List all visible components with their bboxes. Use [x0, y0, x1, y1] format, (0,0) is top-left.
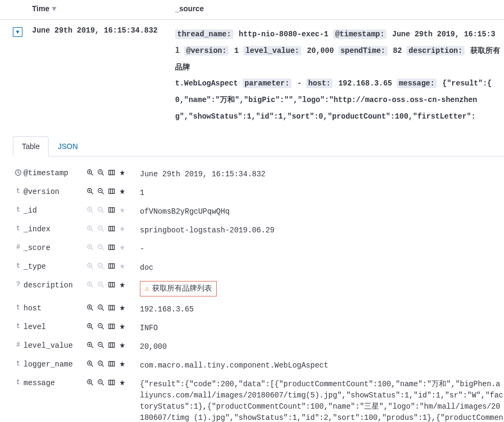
field-row: #_score - [13, 240, 504, 259]
filter-exists-icon[interactable] [119, 323, 126, 332]
tab-json[interactable]: JSON [49, 136, 86, 157]
field-type-icon: t [13, 379, 23, 386]
toggle-column-icon[interactable] [108, 360, 115, 370]
field-type-icon: t [13, 187, 23, 195]
field-actions [86, 206, 140, 216]
filter-for-value-icon[interactable] [86, 341, 94, 351]
toggle-column-icon[interactable] [108, 323, 115, 332]
field-actions [86, 360, 140, 370]
filter-out-value-icon[interactable] [97, 304, 105, 314]
filter-exists-icon[interactable] [119, 262, 126, 272]
toggle-column-icon[interactable] [108, 341, 115, 351]
toggle-column-icon[interactable] [108, 206, 115, 216]
time-column-header[interactable]: Time▼ [32, 4, 175, 13]
filter-for-value-icon[interactable] [86, 281, 94, 291]
field-actions [86, 341, 140, 351]
filter-for-value-icon[interactable] [86, 304, 94, 314]
filter-out-value-icon[interactable] [97, 262, 105, 272]
field-row: t_typedoc [13, 259, 504, 277]
filter-out-value-icon[interactable] [97, 225, 105, 235]
filter-out-value-icon[interactable] [97, 281, 105, 291]
filter-out-value-icon[interactable] [97, 341, 105, 351]
field-actions [86, 304, 140, 314]
filter-for-value-icon[interactable] [86, 187, 94, 197]
field-value: ofVNomsB2yRgcUPqwQHq [140, 206, 504, 217]
warning-icon: ⚠ [145, 284, 149, 293]
field-actions [86, 323, 140, 332]
field-value: 192.168.3.65 [140, 304, 504, 315]
filter-for-value-icon[interactable] [86, 262, 94, 272]
filter-exists-icon[interactable] [119, 206, 126, 216]
filter-for-value-icon[interactable] [86, 206, 94, 216]
field-type-icon: t [13, 323, 23, 330]
filter-exists-icon[interactable] [119, 225, 126, 235]
filter-for-value-icon[interactable] [86, 323, 94, 332]
filter-for-value-icon[interactable] [86, 169, 94, 178]
filter-for-value-icon[interactable] [86, 225, 94, 235]
filter-out-value-icon[interactable] [97, 244, 105, 253]
filter-out-value-icon[interactable] [97, 206, 105, 216]
filter-exists-icon[interactable] [119, 379, 126, 388]
field-type-icon: # [13, 244, 23, 251]
filter-exists-icon[interactable] [119, 281, 126, 291]
field-value: - [140, 244, 504, 255]
toggle-column-icon[interactable] [108, 169, 115, 178]
filter-exists-icon[interactable] [119, 360, 126, 370]
tab-table[interactable]: Table [13, 136, 49, 157]
field-table: @timestampJune 29th 2019, 16:15:34.832t@… [13, 165, 504, 422]
filter-exists-icon[interactable] [119, 304, 126, 314]
warning-value-box: ⚠获取所有品牌列表 [140, 281, 217, 296]
field-name: _id [23, 206, 86, 215]
filter-exists-icon[interactable] [119, 169, 126, 178]
filter-for-value-icon[interactable] [86, 244, 94, 253]
field-row: tlevelINFO [13, 319, 504, 338]
filter-out-value-icon[interactable] [97, 169, 105, 178]
field-name: description [23, 281, 86, 290]
toggle-column-icon[interactable] [108, 262, 115, 272]
toggle-column-icon[interactable] [108, 304, 115, 314]
field-type-icon: t [13, 225, 23, 232]
filter-for-value-icon[interactable] [86, 379, 94, 388]
svg-rect-6 [109, 189, 115, 193]
svg-rect-30 [109, 342, 115, 347]
field-value: INFO [140, 323, 504, 334]
field-type-icon: t [13, 360, 23, 368]
field-name: logger_name [23, 360, 86, 369]
source-column-header[interactable]: _source [175, 4, 504, 13]
filter-exists-icon[interactable] [119, 341, 126, 351]
field-type-icon: t [13, 262, 23, 270]
field-value: springboot-logstash-2019.06.29 [140, 225, 504, 236]
source-field-label: host: [306, 79, 333, 88]
toggle-column-icon[interactable] [108, 225, 115, 235]
field-name: level_value [23, 341, 86, 350]
source-field-label: @version: [184, 46, 229, 56]
source-field-label: thread_name: [175, 29, 233, 39]
field-actions [86, 187, 140, 197]
field-actions [86, 379, 140, 388]
filter-exists-icon[interactable] [119, 187, 126, 197]
expand-column-header [0, 4, 32, 13]
svg-rect-27 [109, 324, 115, 329]
filter-out-value-icon[interactable] [97, 323, 105, 332]
field-name: _type [23, 262, 86, 271]
field-name: _index [23, 225, 86, 233]
filter-out-value-icon[interactable] [97, 360, 105, 370]
filter-for-value-icon[interactable] [86, 360, 94, 370]
filter-out-value-icon[interactable] [97, 187, 105, 197]
toggle-column-icon[interactable] [108, 187, 115, 197]
field-name: message [23, 379, 86, 387]
filter-exists-icon[interactable] [119, 244, 126, 253]
field-row: thost192.168.3.65 [13, 300, 504, 319]
toggle-column-icon[interactable] [108, 281, 115, 291]
field-value: com.macro.mall.tiny.component.WebLogAspe… [140, 360, 504, 371]
expand-doc-button[interactable]: ▼ [13, 27, 22, 37]
field-type-icon: ? [13, 281, 23, 288]
source-field-label: spendTime: [338, 46, 388, 56]
toggle-column-icon[interactable] [108, 244, 115, 253]
filter-out-value-icon[interactable] [97, 379, 105, 388]
field-row: t@version1 [13, 184, 504, 202]
toggle-column-icon[interactable] [108, 379, 115, 388]
field-type-icon: # [13, 341, 23, 349]
doc-tabs: Table JSON [13, 136, 504, 157]
source-field-label: level_value: [243, 46, 302, 56]
